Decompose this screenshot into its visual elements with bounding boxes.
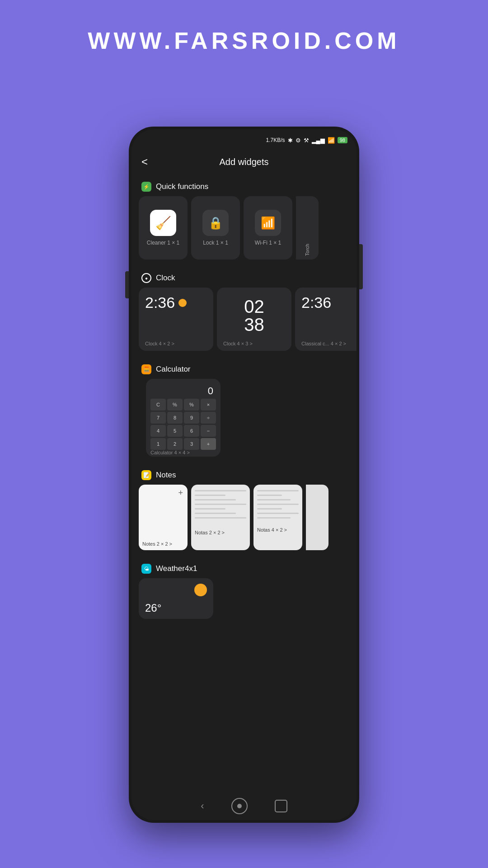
calc-btn-plus[interactable]: +: [201, 438, 216, 450]
calc-btn-8[interactable]: 8: [167, 412, 183, 424]
signal-icon: ▂▄▆: [312, 137, 325, 144]
wifi-widget[interactable]: 📶 Wi-Fi 1 × 1: [244, 196, 292, 259]
settings-icon: ⚙: [296, 137, 301, 144]
lock-icon: 🔒: [202, 210, 229, 236]
notes-line-3f: [257, 513, 299, 514]
back-nav-button[interactable]: ‹: [201, 800, 204, 812]
notes-line-3: [195, 499, 236, 500]
cleaner-widget[interactable]: 🧹 Cleaner 1 × 1: [139, 196, 188, 259]
clock-widget-2[interactable]: 02 38 Clock 4 × 3 >: [217, 288, 291, 351]
notes-line-3e: [257, 508, 282, 509]
home-dot: [237, 804, 242, 808]
calc-btn-2[interactable]: 2: [167, 438, 183, 450]
clock-label-3: Classical c... 4 × 2 >: [301, 341, 357, 346]
clock-widget-1[interactable]: 2:36 Clock 4 × 2 >: [139, 288, 213, 351]
alarm-icon: ⚒: [304, 137, 309, 144]
clock-section-icon: ●: [141, 273, 151, 283]
calc-btn-1[interactable]: 1: [150, 438, 166, 450]
notes-section-icon: 📝: [141, 470, 151, 480]
notes-line-3a: [257, 490, 299, 491]
torch-label: Torch: [305, 244, 310, 256]
quick-functions-icon: ⚡: [141, 182, 151, 192]
notes-label-1: Notes 2 × 2 >: [142, 541, 184, 547]
clock-time-3: 2:36: [301, 294, 357, 311]
clock-sun-1: [178, 299, 187, 307]
top-bar: < Add widgets: [131, 151, 357, 175]
network-speed: 1.7KB/s: [266, 137, 285, 143]
quick-functions-widgets: 🧹 Cleaner 1 × 1 🔒 Lock 1 × 1: [131, 196, 357, 259]
notes-section-title: Notes: [156, 471, 176, 480]
calc-btn-div[interactable]: ÷: [201, 412, 216, 424]
calc-btn-4[interactable]: 4: [150, 425, 166, 437]
notes-line-3g: [257, 517, 291, 519]
bottom-nav: ‹: [131, 792, 357, 820]
notes-widget-3[interactable]: Notas 4 × 2 >: [253, 485, 302, 550]
calc-btn-pct1[interactable]: %: [167, 399, 183, 410]
notes-line-1: [195, 490, 246, 491]
notes-line-2: [195, 495, 225, 496]
clock-hour: 02: [223, 297, 285, 316]
content-scroll[interactable]: ⚡ Quick functions 🧹 Cleaner 1 × 1: [131, 175, 357, 807]
notes-label-3: Notas 4 × 2 >: [257, 527, 287, 533]
clock-time-1: 2:36: [145, 294, 207, 311]
lock-label: Lock 1 × 1: [203, 240, 228, 246]
clock-widget-3[interactable]: 2:36 Classical c... 4 × 2 >: [295, 288, 357, 351]
calc-display: 0: [150, 383, 216, 399]
calc-btn-5[interactable]: 5: [167, 425, 183, 437]
notes-section-header: 📝 Notes: [131, 463, 357, 485]
bluetooth-icon: ✱: [288, 137, 293, 144]
wifi-label: Wi-Fi 1 × 1: [255, 240, 281, 246]
clock-label-1: Clock 4 × 2 >: [145, 341, 207, 346]
status-bar: 1.7KB/s ✱ ⚙ ⚒ ▂▄▆ 📶 98: [131, 129, 357, 151]
calculator-widget[interactable]: 0 C % % × 7 8 9 ÷ 4 5 6: [146, 379, 221, 457]
calculator-widget-row: 0 C % % × 7 8 9 ÷ 4 5 6: [131, 379, 357, 457]
calculator-section-header: 🧮 Calculator: [131, 357, 357, 379]
phone-screen: 1.7KB/s ✱ ⚙ ⚒ ▂▄▆ 📶 98 < Add widgets ⚡: [131, 129, 357, 820]
calc-buttons: C % % × 7 8 9 ÷ 4 5 6 − 1: [150, 399, 216, 450]
notes-widgets-row: + Notes 2 × 2 > Notas: [131, 485, 357, 550]
calculator-section-icon: 🧮: [141, 364, 151, 374]
notes-line-3d: [257, 504, 299, 505]
watermark: WWW.FARSROID.COM: [0, 27, 488, 54]
calc-btn-minus[interactable]: −: [201, 425, 216, 437]
clock-section-header: ● Clock: [131, 266, 357, 288]
torch-widget[interactable]: Torch: [296, 196, 319, 259]
lock-widget[interactable]: 🔒 Lock 1 × 1: [191, 196, 240, 259]
notes-widget-4[interactable]: [306, 485, 328, 550]
weather-section-icon: 🌤: [141, 564, 151, 574]
calc-btn-7[interactable]: 7: [150, 412, 166, 424]
phone-wrapper: 1.7KB/s ✱ ⚙ ⚒ ▂▄▆ 📶 98 < Add widgets ⚡: [129, 127, 359, 823]
notes-line-5: [195, 508, 225, 509]
clock-minute: 38: [223, 316, 285, 334]
calculator-section-title: Calculator: [156, 365, 191, 374]
notes-label-2: Notas 2 × 2 >: [195, 530, 225, 535]
recents-nav-button[interactable]: [275, 800, 287, 812]
weather-widgets-row: 26°: [131, 578, 357, 619]
wifi-widget-icon: 📶: [255, 210, 281, 236]
page-title: Add widgets: [220, 157, 269, 167]
weather-widget[interactable]: 26°: [139, 578, 213, 619]
calc-btn-9[interactable]: 9: [184, 412, 199, 424]
clock-digital-display: 02 38: [223, 294, 285, 334]
notes-widget-2[interactable]: Notas 2 × 2 >: [191, 485, 250, 550]
clock-section-title: Clock: [156, 274, 175, 283]
calc-btn-6[interactable]: 6: [184, 425, 199, 437]
notes-line-3c: [257, 499, 291, 500]
calc-btn-3[interactable]: 3: [184, 438, 199, 450]
calc-btn-mul[interactable]: ×: [201, 399, 216, 410]
clock-label-2: Clock 4 × 3 >: [223, 341, 285, 346]
cleaner-icon: 🧹: [150, 210, 176, 236]
back-button[interactable]: <: [141, 156, 148, 168]
notes-line-7: [195, 517, 246, 519]
calc-btn-c[interactable]: C: [150, 399, 166, 410]
weather-section-title: Weather4x1: [156, 564, 197, 573]
battery-indicator: 98: [338, 137, 347, 143]
notes-widget-1[interactable]: + Notes 2 × 2 >: [139, 485, 188, 550]
calc-btn-pct2[interactable]: %: [184, 399, 199, 410]
weather-section-header: 🌤 Weather4x1: [131, 557, 357, 578]
home-nav-button[interactable]: [231, 798, 248, 814]
cleaner-label: Cleaner 1 × 1: [147, 240, 179, 246]
quick-functions-title: Quick functions: [156, 182, 208, 191]
phone-outer: 1.7KB/s ✱ ⚙ ⚒ ▂▄▆ 📶 98 < Add widgets ⚡: [129, 127, 359, 823]
notes-plus-icon: +: [178, 488, 183, 498]
